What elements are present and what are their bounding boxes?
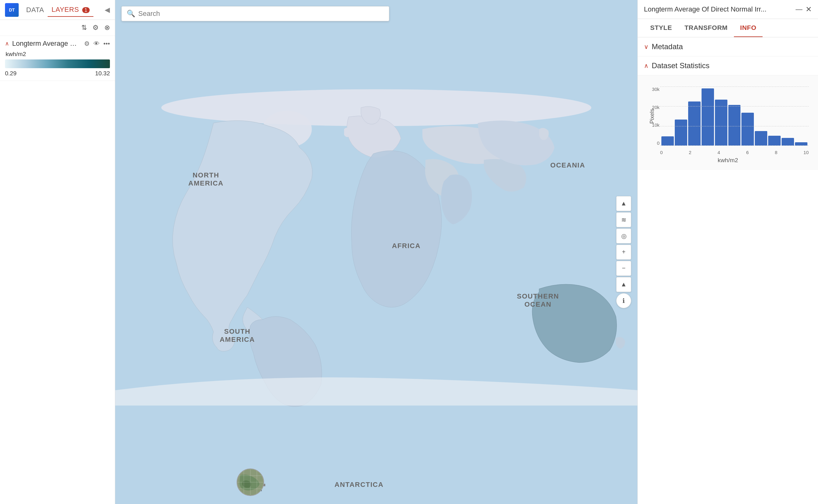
metadata-section: ∨ Metadata xyxy=(638,37,818,56)
right-panel: Longterm Average Of Direct Normal Irr...… xyxy=(637,0,818,504)
bar-8 xyxy=(768,136,781,146)
panel-toolbar: ⇅ ⚙ ⊗ xyxy=(0,20,115,36)
layer-title: Longterm Average Of Direct ... xyxy=(12,40,81,48)
bar-7 xyxy=(755,131,767,146)
right-panel-title: Longterm Average Of Direct Normal Irr... xyxy=(644,5,792,13)
sort-icon[interactable]: ⇅ xyxy=(81,24,87,32)
right-panel-tabs: STYLE TRANSFORM INFO xyxy=(638,19,818,37)
legend-min: 0.29 xyxy=(5,70,17,77)
bar-2 xyxy=(688,101,701,146)
search-input[interactable] xyxy=(138,10,384,18)
y-label-20k: 20k xyxy=(652,105,660,110)
bar-1 xyxy=(675,120,687,146)
statistics-title: Dataset Statistics xyxy=(652,61,709,70)
legend-max: 10.32 xyxy=(95,70,110,77)
layers-badge: 1 xyxy=(82,7,89,13)
x-label-0: 0 xyxy=(660,150,663,155)
right-panel-header: Longterm Average Of Direct Normal Irr...… xyxy=(638,0,818,19)
location-button[interactable]: ◎ xyxy=(616,228,631,243)
bar-6 xyxy=(741,113,754,146)
layer-controls: ⚙ 👁 ••• xyxy=(84,40,110,47)
search-bar: 🔍 xyxy=(121,6,631,21)
info-button[interactable]: ℹ xyxy=(616,293,631,308)
layers-button[interactable]: ≋ xyxy=(616,212,631,227)
terrain-button[interactable]: ▲ xyxy=(616,196,631,211)
zoom-in-button[interactable]: + xyxy=(616,245,631,260)
x-label-10: 10 xyxy=(803,150,809,155)
tab-style[interactable]: STYLE xyxy=(644,19,678,37)
x-label-4: 4 xyxy=(717,150,720,155)
hide-layers-icon[interactable]: ⊗ xyxy=(104,24,110,32)
statistics-chevron-icon: ∧ xyxy=(644,62,649,69)
metadata-section-header[interactable]: ∨ Metadata xyxy=(644,42,812,51)
legend-gradient xyxy=(5,59,110,68)
tab-layers[interactable]: LAYERS 1 xyxy=(48,3,93,17)
chart-area xyxy=(660,87,809,146)
layer-header: ∧ Longterm Average Of Direct ... ⚙ 👁 ••• xyxy=(5,40,110,48)
y-label-0: 0 xyxy=(657,140,660,146)
y-label-10k: 10k xyxy=(652,122,660,128)
metadata-title: Metadata xyxy=(652,42,683,51)
dataset-statistics-section: ∧ Dataset Statistics xyxy=(638,56,818,75)
x-label-8: 8 xyxy=(775,150,777,155)
metadata-chevron-icon: ∨ xyxy=(644,43,649,50)
tab-info[interactable]: INFO xyxy=(734,19,763,37)
x-axis-title: kwh/m2 xyxy=(644,157,812,164)
filter-icon[interactable]: ⚙ xyxy=(92,24,99,32)
layer-expand-icon[interactable]: ∧ xyxy=(5,40,9,47)
y-label-30k: 30k xyxy=(652,87,660,92)
collapse-panel-icon[interactable]: ◀ xyxy=(105,6,110,14)
layer-settings-icon[interactable]: ⚙ xyxy=(84,40,90,47)
bar-3 xyxy=(702,88,714,146)
map-controls: ▲ ≋ ◎ + − ▲ ℹ xyxy=(616,196,631,308)
histogram-bars xyxy=(660,87,809,146)
bar-5 xyxy=(728,105,741,146)
world-map xyxy=(115,0,637,504)
close-button[interactable]: ✕ xyxy=(806,5,812,14)
legend-range: 0.29 10.32 xyxy=(5,70,110,77)
zoom-out-button[interactable]: − xyxy=(616,261,631,276)
x-axis-labels: 0 2 4 6 8 10 xyxy=(660,150,809,155)
histogram-chart: Pixels xyxy=(644,87,812,155)
layer-item: ∧ Longterm Average Of Direct ... ⚙ 👁 •••… xyxy=(0,36,115,81)
search-icon: 🔍 xyxy=(127,10,135,18)
legend-unit: kwh/m2 xyxy=(5,51,110,58)
app-logo: DT xyxy=(5,3,19,17)
mini-map-thumbnail xyxy=(237,469,264,496)
x-label-6: 6 xyxy=(746,150,749,155)
dataset-statistics-section-header[interactable]: ∧ Dataset Statistics xyxy=(644,61,812,70)
histogram-container: Pixels xyxy=(638,75,818,170)
x-label-2: 2 xyxy=(689,150,691,155)
north-button[interactable]: ▲ xyxy=(616,277,631,292)
y-axis-labels: 30k 20k 10k 0 xyxy=(645,87,660,146)
search-input-wrap[interactable]: 🔍 xyxy=(121,6,389,21)
bar-4 xyxy=(715,100,727,146)
tab-transform[interactable]: TRANSFORM xyxy=(678,19,734,37)
left-panel: DT DATA LAYERS 1 ◀ ⇅ ⚙ ⊗ ∧ Longterm Aver… xyxy=(0,0,115,504)
bar-9 xyxy=(782,138,794,146)
tab-data[interactable]: DATA xyxy=(22,3,48,16)
bar-0 xyxy=(661,136,674,146)
layer-visibility-icon[interactable]: 👁 xyxy=(93,40,100,47)
minimize-icon[interactable]: — xyxy=(796,5,802,13)
layer-more-icon[interactable]: ••• xyxy=(103,40,110,47)
tab-bar: DT DATA LAYERS 1 ◀ xyxy=(0,0,115,20)
map-area[interactable]: 🔍 NORTHAMERICA SOUTHAMERICA AFRICA OCEAN… xyxy=(115,0,637,504)
